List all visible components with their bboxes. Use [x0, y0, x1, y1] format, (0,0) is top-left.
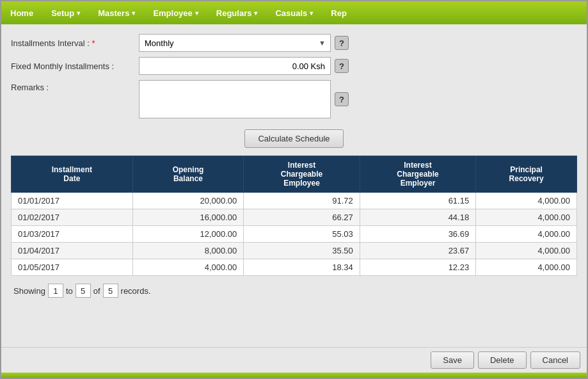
table-row: 01/05/2017 4,000.00 18.34 12.23 4,000.00: [12, 259, 577, 276]
cell-principal: 4,000.00: [476, 243, 577, 259]
cell-principal: 4,000.00: [476, 209, 577, 226]
page-to: 5: [75, 284, 91, 298]
table-row: 01/04/2017 8,000.00 35.50 23.67 4,000.00: [12, 243, 577, 259]
fixed-monthly-input[interactable]: [139, 57, 331, 75]
cell-int-employee: 18.34: [244, 259, 360, 276]
page-from: 1: [48, 284, 63, 298]
delete-button[interactable]: Delete: [478, 351, 527, 369]
cell-int-employer: 44.18: [360, 209, 475, 226]
cell-opening: 8,000.00: [132, 243, 244, 259]
installments-interval-row: Installments Interval : * Monthly ▼ ?: [11, 34, 577, 52]
nav-casuals-label: Casuals: [275, 8, 307, 18]
fixed-monthly-label: Fixed Monthly Installments :: [11, 61, 139, 71]
form-section: Installments Interval : * Monthly ▼ ? Fi…: [11, 31, 577, 124]
of-label: of: [93, 286, 100, 296]
showing-label: Showing: [13, 286, 45, 296]
cell-date: 01/02/2017: [12, 209, 133, 226]
bottom-bar: [1, 373, 587, 378]
main-window: Home Setup ▾ Masters ▾ Employee ▾ Regula…: [0, 0, 588, 379]
table-row: 01/02/2017 16,000.00 66.27 44.18 4,000.0…: [12, 209, 577, 226]
cell-int-employer: 12.23: [360, 259, 475, 276]
nav-employee[interactable]: Employee ▾: [144, 1, 207, 24]
col-interest-employee: InterestChargeableEmployee: [244, 156, 360, 193]
nav-employee-arrow: ▾: [195, 10, 198, 17]
records-label: records.: [121, 286, 151, 296]
installments-interval-select[interactable]: Monthly: [139, 34, 331, 52]
nav-rep-label: Rep: [331, 8, 347, 18]
table-header: InstallmentDate OpeningBalance InterestC…: [12, 156, 577, 193]
required-marker: *: [91, 38, 95, 48]
col-principal-recovery: PrincipalRecovery: [476, 156, 577, 193]
remarks-help[interactable]: ?: [335, 92, 349, 106]
nav-masters[interactable]: Masters ▾: [89, 1, 144, 24]
cell-opening: 12,000.00: [132, 226, 244, 243]
cell-date: 01/05/2017: [12, 259, 133, 276]
col-installment-date: InstallmentDate: [12, 156, 133, 193]
cell-int-employee: 91.72: [244, 193, 360, 209]
fixed-monthly-controls: ?: [139, 57, 349, 75]
remarks-controls: ?: [139, 80, 349, 118]
nav-rep[interactable]: Rep: [322, 1, 356, 24]
nav-regulars[interactable]: Regulars ▾: [207, 1, 267, 24]
footer-buttons: Save Delete Cancel: [1, 347, 587, 373]
save-button[interactable]: Save: [431, 351, 474, 369]
nav-regulars-arrow: ▾: [254, 10, 257, 17]
cell-date: 01/01/2017: [12, 193, 133, 209]
table-row: 01/01/2017 20,000.00 91.72 61.15 4,000.0…: [12, 193, 577, 209]
table-header-row: InstallmentDate OpeningBalance InterestC…: [12, 156, 577, 193]
cell-int-employee: 55.03: [244, 226, 360, 243]
cancel-button[interactable]: Cancel: [530, 351, 580, 369]
cell-int-employer: 23.67: [360, 243, 475, 259]
remarks-textarea[interactable]: [139, 80, 331, 118]
cell-int-employer: 36.69: [360, 226, 475, 243]
cell-int-employee: 35.50: [244, 243, 360, 259]
navbar: Home Setup ▾ Masters ▾ Employee ▾ Regula…: [1, 1, 587, 24]
installments-interval-controls: Monthly ▼ ?: [139, 34, 349, 52]
installments-interval-help[interactable]: ?: [335, 36, 349, 50]
cell-opening: 4,000.00: [132, 259, 244, 276]
fixed-monthly-row: Fixed Monthly Installments : ?: [11, 57, 577, 75]
nav-masters-label: Masters: [98, 8, 129, 18]
cell-date: 01/03/2017: [12, 226, 133, 243]
cell-principal: 4,000.00: [476, 259, 577, 276]
pagination: Showing 1 to 5 of 5 records.: [11, 281, 577, 303]
nav-setup[interactable]: Setup ▾: [42, 1, 89, 24]
cell-principal: 4,000.00: [476, 193, 577, 209]
nav-casuals[interactable]: Casuals ▾: [266, 1, 322, 24]
nav-masters-arrow: ▾: [132, 10, 135, 17]
fixed-monthly-help[interactable]: ?: [335, 59, 349, 73]
nav-setup-arrow: ▾: [77, 10, 80, 17]
remarks-label: Remarks :: [11, 80, 139, 92]
col-interest-employer: InterestChargeableEmployer: [360, 156, 475, 193]
col-opening-balance: OpeningBalance: [132, 156, 244, 193]
cell-int-employee: 66.27: [244, 209, 360, 226]
nav-employee-label: Employee: [153, 8, 192, 18]
remarks-row: Remarks : ?: [11, 80, 577, 118]
calculate-schedule-button[interactable]: Calculate Schedule: [244, 129, 343, 148]
cell-date: 01/04/2017: [12, 243, 133, 259]
table-row: 01/03/2017 12,000.00 55.03 36.69 4,000.0…: [12, 226, 577, 243]
calculate-button-container: Calculate Schedule: [11, 129, 577, 148]
installments-interval-label: Installments Interval : *: [11, 38, 139, 48]
nav-regulars-label: Regulars: [216, 8, 252, 18]
page-total: 5: [103, 284, 118, 298]
cell-int-employer: 61.15: [360, 193, 475, 209]
nav-casuals-arrow: ▾: [310, 10, 313, 17]
table-body: 01/01/2017 20,000.00 91.72 61.15 4,000.0…: [12, 193, 577, 276]
nav-home-label: Home: [10, 8, 33, 18]
to-label: to: [66, 286, 73, 296]
cell-principal: 4,000.00: [476, 226, 577, 243]
cell-opening: 16,000.00: [132, 209, 244, 226]
nav-setup-label: Setup: [51, 8, 74, 18]
installments-interval-select-wrapper: Monthly ▼: [139, 34, 331, 52]
installments-table: InstallmentDate OpeningBalance InterestC…: [11, 156, 577, 276]
cell-opening: 20,000.00: [132, 193, 244, 209]
nav-home[interactable]: Home: [1, 1, 42, 24]
content-area: Installments Interval : * Monthly ▼ ? Fi…: [1, 24, 587, 347]
